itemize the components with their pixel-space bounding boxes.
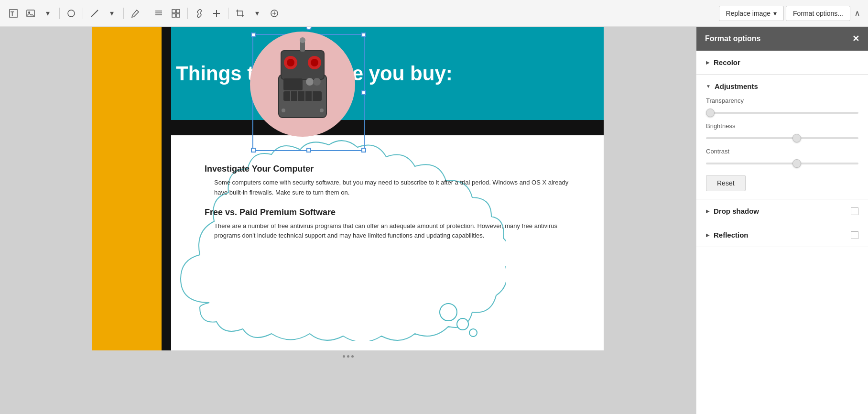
adjustments-arrow: ▼ xyxy=(706,84,711,89)
dot3 xyxy=(351,355,354,358)
svg-point-33 xyxy=(320,109,324,112)
transparency-label: Transparency xyxy=(706,97,858,104)
handle-top-right[interactable] xyxy=(361,33,366,37)
handle-bot-right[interactable] xyxy=(361,148,366,153)
adjustments-section-header[interactable]: ▼ Adjustments xyxy=(706,82,858,90)
panel-header: Format options ✕ xyxy=(696,27,868,51)
svg-point-22 xyxy=(287,59,294,66)
reflection-title: Reflection xyxy=(714,231,749,239)
svg-point-35 xyxy=(457,318,468,330)
svg-point-32 xyxy=(282,109,285,112)
mask-icon[interactable] xyxy=(267,6,282,21)
svg-rect-29 xyxy=(283,78,303,90)
collapse-button[interactable]: ∧ xyxy=(852,6,862,21)
canvas-area[interactable]: Things to ce re you buy: xyxy=(0,27,696,414)
text-icon[interactable]: T xyxy=(6,6,21,21)
slide-content-main: Investigate Your Computer Some computers… xyxy=(171,135,604,350)
bar-black xyxy=(162,120,604,135)
svg-rect-12 xyxy=(176,14,180,17)
svg-rect-10 xyxy=(176,10,180,13)
reset-button[interactable]: Reset xyxy=(706,175,746,191)
replace-image-label: Replace image xyxy=(726,10,770,17)
sep4 xyxy=(147,8,147,19)
handle-bot-left[interactable] xyxy=(251,148,256,153)
svg-rect-11 xyxy=(172,14,175,17)
drop-shadow-section: ▶ Drop shadow xyxy=(696,199,868,223)
format-options-label: Format options... xyxy=(793,10,843,17)
link-icon[interactable] xyxy=(192,6,207,21)
format-options-panel: Format options ✕ ▶ Recolor ▼ Adjustments… xyxy=(696,27,868,414)
drop-shadow-title: Drop shadow xyxy=(714,207,759,215)
replace-image-button[interactable]: Replace image ▾ xyxy=(719,6,784,21)
crop-dropdown-icon[interactable]: ▾ xyxy=(250,6,265,21)
shape-icon[interactable] xyxy=(64,6,79,21)
panel-close-button[interactable]: ✕ xyxy=(852,33,859,44)
recolor-section: ▶ Recolor xyxy=(696,51,868,75)
recolor-title: Recolor xyxy=(714,58,740,66)
section2-body: There are a number of free antivirus pro… xyxy=(214,221,570,241)
robot-image-container[interactable] xyxy=(250,32,369,156)
panel-title: Format options xyxy=(705,34,760,43)
reflection-header[interactable]: ▶ Reflection xyxy=(706,231,858,239)
add-icon[interactable] xyxy=(209,6,224,21)
image-dropdown-icon[interactable]: ▾ xyxy=(40,6,55,21)
header-yellow-stripe xyxy=(92,27,162,120)
dot2 xyxy=(347,355,349,358)
dot1 xyxy=(343,355,345,358)
reflection-checkbox[interactable] xyxy=(851,231,858,239)
reflection-arrow: ▶ xyxy=(706,232,710,238)
svg-point-23 xyxy=(311,59,318,66)
format-options-button[interactable]: Format options... xyxy=(786,6,850,21)
crop-icon[interactable] xyxy=(232,6,248,21)
svg-point-36 xyxy=(469,329,477,337)
section1-body: Some computers come with security softwa… xyxy=(214,178,570,198)
recolor-section-header[interactable]: ▶ Recolor xyxy=(706,58,858,66)
slide-header: Things to ce re you buy: xyxy=(92,27,604,120)
grid-icon[interactable] xyxy=(168,6,184,21)
transparency-slider[interactable] xyxy=(706,112,858,114)
contrast-label: Contrast xyxy=(706,148,858,155)
contrast-slider[interactable] xyxy=(706,163,858,164)
content-yellow-stripe xyxy=(92,135,162,350)
header-black-stripe xyxy=(162,27,171,120)
pencil-icon[interactable] xyxy=(128,6,143,21)
sep2 xyxy=(83,8,83,19)
sep1 xyxy=(59,8,60,19)
svg-point-4 xyxy=(68,10,75,17)
sep6 xyxy=(228,8,228,19)
line-icon[interactable] xyxy=(87,6,102,21)
image-icon[interactable] xyxy=(23,6,38,21)
sep3 xyxy=(123,8,124,19)
svg-text:T: T xyxy=(11,11,14,17)
section1-heading: Investigate Your Computer xyxy=(205,164,570,174)
section2-heading: Free vs. Paid Premium Software xyxy=(205,207,570,218)
replace-dropdown-arrow: ▾ xyxy=(773,10,777,17)
svg-rect-24 xyxy=(283,91,322,101)
robot-circle-image xyxy=(250,32,355,137)
handle-bot-mid[interactable] xyxy=(306,148,311,153)
svg-point-19 xyxy=(300,37,305,43)
content-black-stripe xyxy=(162,135,171,350)
sep5 xyxy=(187,8,188,19)
slide-container: Things to ce re you buy: xyxy=(92,27,604,362)
handle-mid-right[interactable] xyxy=(361,90,366,95)
drop-shadow-header[interactable]: ▶ Drop shadow xyxy=(706,207,858,215)
rotate-handle[interactable] xyxy=(306,27,312,30)
toolbar: T ▾ ▾ ▾ Replace image ▾ Format options. xyxy=(0,0,868,27)
paragraph-icon[interactable] xyxy=(151,6,166,21)
svg-point-34 xyxy=(440,304,457,321)
drop-shadow-arrow: ▶ xyxy=(706,208,710,214)
reflection-title-row: ▶ Reflection xyxy=(706,231,749,239)
recolor-title-row: ▶ Recolor xyxy=(706,58,740,66)
svg-point-30 xyxy=(306,78,314,86)
brightness-label: Brightness xyxy=(706,122,858,130)
drop-shadow-checkbox[interactable] xyxy=(851,207,858,215)
main-area: Things to ce re you buy: xyxy=(0,27,868,414)
brightness-slider[interactable] xyxy=(706,137,858,139)
reflection-section: ▶ Reflection xyxy=(696,223,868,247)
svg-line-5 xyxy=(91,10,98,17)
handle-top-left[interactable] xyxy=(251,33,256,37)
drop-shadow-title-row: ▶ Drop shadow xyxy=(706,207,759,215)
recolor-arrow: ▶ xyxy=(706,60,710,65)
line-dropdown-icon[interactable]: ▾ xyxy=(104,6,119,21)
